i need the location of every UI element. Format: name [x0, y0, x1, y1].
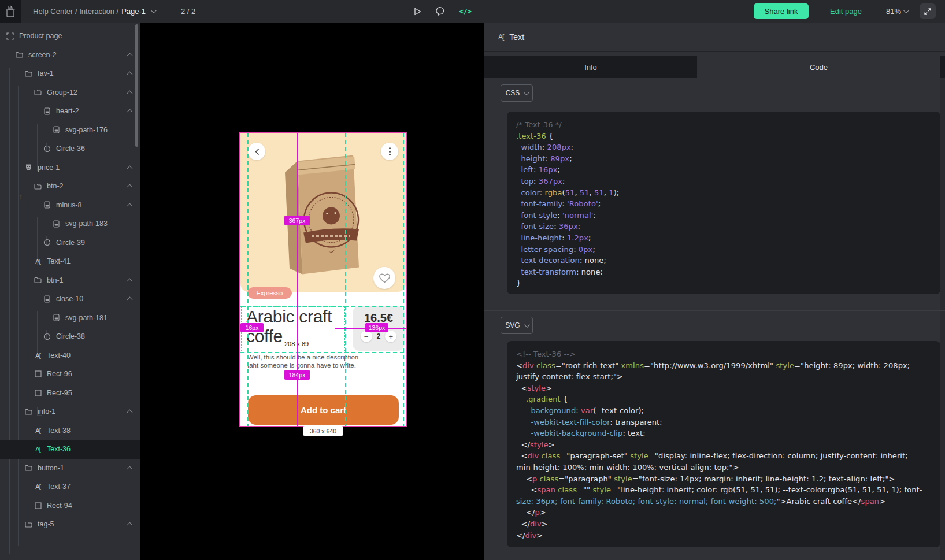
collapse-chevron-icon[interactable] — [127, 410, 133, 416]
css-language-dropdown[interactable]: CSS — [501, 84, 533, 102]
svg-language-dropdown[interactable]: SVG — [501, 317, 533, 334]
layer-label: Text-40 — [47, 351, 71, 359]
chat-bubble-icon — [435, 6, 445, 16]
guide-line-middle — [345, 133, 346, 426]
layer-row-button-1[interactable]: button-1 — [0, 459, 140, 478]
favorite-button[interactable] — [373, 267, 395, 289]
layer-label: btn-1 — [47, 276, 64, 284]
breadcrumb[interactable]: Help Center / Interaction / Page-1 — [33, 0, 155, 23]
design-canvas[interactable]: Expresso Arabic craft coffe 208 x 89 16.… — [140, 23, 484, 560]
collapse-chevron-icon[interactable] — [127, 165, 133, 171]
code-line: size: 36px; font-family: Roboto; font-st… — [516, 496, 931, 507]
layer-row-group-12[interactable]: Group-12 — [0, 83, 140, 102]
mask-icon — [24, 164, 33, 171]
code-line: <style> — [516, 383, 931, 394]
layer-row-text-36[interactable]: A[Text-36 — [0, 440, 140, 459]
layer-row-text-40[interactable]: A[Text-40 — [0, 346, 140, 365]
code-line: width: 208px; — [516, 142, 931, 153]
layer-row-fav-1[interactable]: fav-1 — [0, 64, 140, 83]
layer-row-screen-2[interactable]: screen-2 — [0, 46, 140, 65]
decrease-quantity-button[interactable]: − — [361, 331, 372, 342]
tab-info[interactable]: Info — [484, 56, 697, 78]
layer-row-svg-path-176[interactable]: svg-path-176 — [0, 121, 140, 140]
inspector-panel: A[ Text Info Code CSS /* Text-36 */.text… — [484, 23, 945, 560]
layer-row-product-page[interactable]: Product page — [0, 27, 140, 46]
layer-row-circle-38[interactable]: Circle-38 — [0, 327, 140, 346]
svg-dropdown-value: SVG — [505, 321, 520, 329]
layer-row-btn-1[interactable]: btn-1 — [0, 271, 140, 290]
inspector-scroll-gutter[interactable] — [940, 78, 945, 560]
play-button[interactable] — [410, 0, 425, 23]
layer-row-text-37[interactable]: A[Text-37 — [0, 477, 140, 496]
share-link-button[interactable]: Share link — [754, 3, 809, 19]
layer-row-close-10[interactable]: close-10 — [0, 290, 140, 309]
layer-row-rect-94[interactable]: Rect-94 — [0, 496, 140, 516]
collapse-chevron-icon[interactable] — [127, 109, 133, 115]
sidebar-scrollbar[interactable] — [135, 24, 138, 147]
layer-row-svg-path-183[interactable]: svg-path-183 — [0, 214, 140, 233]
code-line: line-height: 1.2px; — [516, 232, 931, 244]
collapse-chevron-icon[interactable] — [127, 184, 133, 190]
collapse-chevron-icon[interactable] — [127, 297, 133, 303]
edit-page-link[interactable]: Edit page — [830, 0, 862, 23]
layer-label: Text-41 — [47, 257, 71, 265]
folder-icon — [34, 183, 42, 190]
code-line: <div class="root rich-text" xmlns="http:… — [516, 360, 931, 372]
svg-code-block[interactable]: <!-- Text-36 --><div class="root rich-te… — [507, 341, 940, 547]
comments-button[interactable] — [432, 0, 447, 23]
layer-row-heart-2[interactable]: heart-2 — [0, 102, 140, 121]
layer-row-text-41[interactable]: A[Text-41 — [0, 252, 140, 271]
back-button[interactable] — [248, 143, 265, 160]
layer-row-info-1[interactable]: info-1 — [0, 402, 140, 421]
layer-label: btn-2 — [47, 182, 64, 190]
fullscreen-button[interactable] — [920, 3, 936, 19]
layer-row-circle-36[interactable]: Circle-36 — [0, 139, 140, 158]
collapse-chevron-icon[interactable] — [127, 278, 133, 284]
text-icon: A[ — [34, 352, 42, 359]
add-to-cart-button[interactable]: Add to cart — [248, 395, 399, 425]
layer-row-rect-96[interactable]: Rect-96 — [0, 365, 140, 384]
svgfile-icon — [43, 201, 51, 209]
layer-label: Rect-95 — [47, 389, 72, 397]
layer-row-svg-path-181[interactable]: svg-path-181 — [0, 309, 140, 328]
layer-row-price-1[interactable]: price-1 — [0, 158, 140, 177]
code-view-toggle[interactable]: </> — [458, 0, 473, 23]
screen-frame[interactable]: Expresso Arabic craft coffe 208 x 89 16.… — [240, 133, 406, 426]
code-line: letter-spacing: 0px; — [516, 244, 931, 255]
collapse-chevron-icon[interactable] — [127, 53, 133, 58]
layer-row-text-38[interactable]: A[Text-38 — [0, 421, 140, 440]
inspector-header: A[ Text — [484, 23, 945, 52]
collapse-chevron-icon[interactable] — [127, 466, 133, 472]
code-line: min-height: 100%; min-width: 100%; verti… — [516, 462, 931, 473]
layer-tree: Product pagescreen-2fav-1Group-12heart-2… — [0, 23, 140, 534]
app-logo[interactable] — [0, 0, 21, 23]
product-tag-badge[interactable]: Expresso — [247, 287, 292, 299]
layers-panel: Product pagescreen-2fav-1Group-12heart-2… — [0, 23, 140, 560]
inspector-tabs: Info Code — [484, 56, 945, 78]
code-line: <span class="" style="line-height: inher… — [516, 484, 931, 496]
layer-label: svg-path-181 — [65, 314, 108, 322]
code-line: <p class="paragraph" style="font-size: 1… — [516, 473, 931, 485]
code-line: justify-content: flex-start;"> — [516, 371, 931, 383]
tab-code[interactable]: Code — [697, 56, 940, 78]
css-code-block[interactable]: /* Text-36 */.text-36 { width: 208px; he… — [507, 112, 940, 294]
measurement-right-offset: 136px — [365, 323, 388, 332]
code-line: left: 16px; — [516, 164, 931, 176]
more-options-button[interactable] — [381, 143, 398, 160]
guide-line-left — [247, 133, 249, 426]
collapse-chevron-icon[interactable] — [127, 90, 133, 96]
collapse-chevron-icon[interactable] — [127, 203, 133, 209]
zoom-level-dropdown[interactable]: 81% — [886, 0, 907, 23]
layer-row-rect-95[interactable]: Rect-95 — [0, 384, 140, 403]
layer-row-tag-5[interactable]: tag-5 — [0, 515, 140, 534]
collapse-chevron-icon[interactable] — [127, 72, 133, 77]
chevron-down-icon[interactable] — [151, 8, 157, 13]
collapse-chevron-icon[interactable] — [127, 522, 133, 528]
folder-icon — [24, 409, 33, 415]
layer-row-circle-39[interactable]: Circle-39 — [0, 233, 140, 253]
code-line: </div> — [516, 518, 931, 530]
code-line: font-family: 'Roboto'; — [516, 198, 931, 210]
breadcrumb-current-page[interactable]: Page-1 — [121, 7, 146, 16]
code-line: font-size: 36px; — [516, 221, 931, 232]
increase-quantity-button[interactable]: + — [385, 331, 396, 342]
